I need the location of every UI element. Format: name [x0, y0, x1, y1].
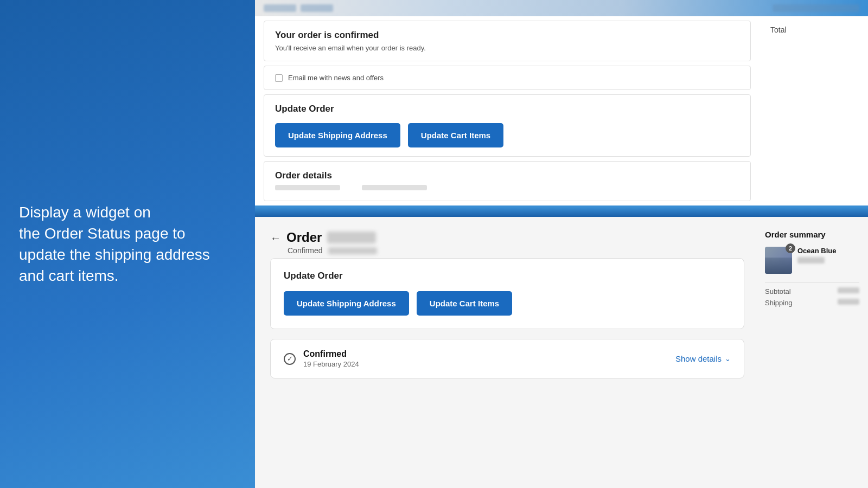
update-order-box-top: Update Order Update Shipping Address Upd… — [264, 94, 751, 157]
shipping-value — [838, 299, 859, 305]
order-title: Order — [286, 230, 377, 245]
product-price-blur — [797, 257, 825, 264]
product-figure — [765, 258, 792, 274]
email-opt-in-label: Email me with news and offers — [288, 74, 384, 82]
order-confirmed-box: Your order is confirmed You'll receive a… — [264, 21, 751, 61]
header-logo-blur — [264, 4, 296, 12]
order-date-blur — [328, 247, 377, 254]
order-details-box: Order details — [264, 161, 751, 201]
top-panel: Your order is confirmed You'll receive a… — [255, 0, 868, 207]
update-cart-button-bottom[interactable]: Update Cart Items — [417, 291, 512, 316]
order-summary-title: Order summary — [765, 230, 859, 239]
bottom-panel: ← Order Confirmed Update Order Update S — [255, 217, 868, 488]
show-details-label: Show details — [675, 354, 722, 363]
summary-shipping-row: Shipping — [765, 299, 859, 307]
product-quantity-badge: 2 — [786, 243, 795, 253]
update-shipping-button-top[interactable]: Update Shipping Address — [275, 123, 400, 147]
order-details-title: Order details — [275, 170, 739, 181]
confirmed-label: Confirmed — [303, 349, 359, 359]
subtotal-value — [838, 287, 859, 293]
product-row: 2 Ocean Blue — [765, 247, 859, 274]
product-info: Ocean Blue — [797, 247, 837, 274]
header-image-row — [255, 0, 868, 16]
order-confirmed-title: Your order is confirmed — [275, 30, 739, 41]
email-checkbox[interactable] — [275, 74, 283, 82]
sidebar-description: Display a widget on the Order Status pag… — [19, 202, 210, 287]
sidebar: Display a widget on the Order Status pag… — [0, 0, 255, 488]
shipping-label: Shipping — [765, 299, 793, 307]
update-order-widget: Update Order Update Shipping Address Upd… — [270, 258, 744, 329]
order-summary-panel: Order summary 2 Ocean Blue Subtotal — [760, 217, 868, 488]
confirmed-left: ✓ Confirmed 19 February 2024 — [284, 349, 359, 368]
update-shipping-button-bottom[interactable]: Update Shipping Address — [284, 291, 409, 316]
summary-divider — [765, 282, 859, 283]
widget-title: Update Order — [284, 271, 731, 281]
confirmed-date: 19 February 2024 — [303, 360, 359, 368]
order-title-group: Order Confirmed — [286, 230, 377, 255]
total-label-top: Total — [770, 25, 787, 34]
show-details-button[interactable]: Show details ⌄ — [675, 354, 731, 363]
panel-divider — [255, 207, 868, 217]
order-header: ← Order Confirmed — [270, 230, 744, 255]
order-word: Order — [286, 230, 322, 245]
order-details-placeholder — [275, 184, 739, 192]
update-cart-button-top[interactable]: Update Cart Items — [408, 123, 503, 147]
header-nav-right-blur — [773, 4, 859, 12]
update-order-buttons-top: Update Shipping Address Update Cart Item… — [275, 123, 739, 147]
back-arrow-icon[interactable]: ← — [270, 232, 281, 245]
content-area: Your order is confirmed You'll receive a… — [255, 0, 868, 488]
order-confirmed-subtitle: You'll receive an email when your order … — [275, 44, 739, 52]
update-order-title-top: Update Order — [275, 104, 739, 114]
order-status-row: Confirmed — [288, 246, 377, 255]
email-opt-in-box[interactable]: Email me with news and offers — [264, 66, 751, 90]
product-image-wrapper: 2 — [765, 247, 792, 274]
header-nav-blur — [301, 4, 333, 12]
product-name: Ocean Blue — [797, 247, 837, 255]
order-status-confirmed: Confirmed — [288, 246, 323, 255]
order-number-blur — [327, 232, 376, 243]
update-order-buttons-bottom: Update Shipping Address Update Cart Item… — [284, 291, 731, 316]
summary-subtotal-row: Subtotal — [765, 287, 859, 296]
subtotal-label: Subtotal — [765, 287, 791, 296]
top-right-total: Total — [760, 16, 868, 206]
chevron-down-icon: ⌄ — [725, 355, 731, 363]
confirmed-section: ✓ Confirmed 19 February 2024 Show detail… — [270, 339, 744, 378]
bottom-main-content: ← Order Confirmed Update Order Update S — [255, 217, 760, 488]
confirmed-info: Confirmed 19 February 2024 — [303, 349, 359, 368]
confirmed-checkmark-icon: ✓ — [284, 353, 296, 365]
